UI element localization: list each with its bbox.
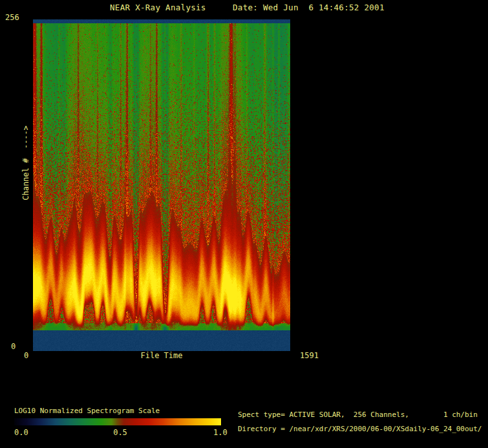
colorbar-tick-min: 0.0 — [14, 429, 28, 437]
header-date: Date: Wed Jun 6 14:46:52 2001 — [233, 3, 385, 12]
y-axis-max-label: 256 — [5, 14, 19, 22]
near-xray-analysis-window: NEAR X-Ray Analysis Date: Wed Jun 6 14:4… — [0, 0, 488, 448]
y-axis-min-label: 0 — [11, 343, 16, 351]
colorbar-title: LOG10 Normalized Spectrogram Scale — [14, 407, 160, 415]
x-axis-title: File Time — [33, 352, 290, 360]
x-axis-min-label: 0 — [24, 352, 28, 360]
directory-info: Directory = /near/xdr/XRS/2000/06-00/XSd… — [238, 425, 482, 433]
x-axis-max-label: 1591 — [300, 352, 319, 360]
colorbar-tick-mid: 0.5 — [107, 429, 133, 437]
app-title: NEAR X-Ray Analysis — [110, 3, 206, 12]
colorbar-gradient — [14, 418, 221, 425]
y-axis-title: Channel # ----> — [22, 98, 31, 228]
spectrogram-plot[interactable] — [33, 19, 290, 351]
colorbar-tick-max: 1.0 — [213, 429, 228, 437]
spect-type-info: Spect type= ACTIVE SOLAR, 256 Channels, … — [238, 411, 478, 419]
